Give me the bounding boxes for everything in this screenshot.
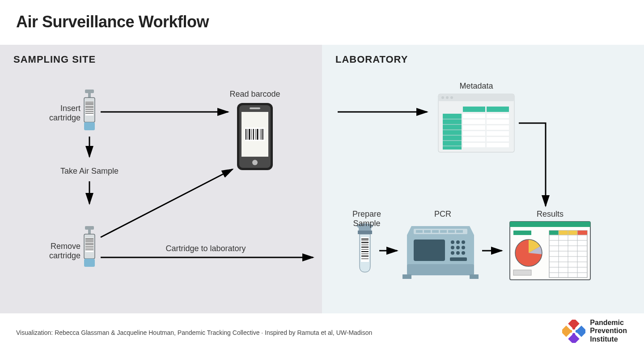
caption-metadata: Metadata (449, 81, 503, 91)
caption-pcr: PCR (429, 210, 456, 219)
svg-point-137 (572, 326, 575, 329)
caption-take-air-sample: Take Air Sample (58, 167, 121, 176)
caption-insert-cartridge: Insert cartridge (31, 104, 80, 123)
caption-prepare-sample: Prepare Sample (338, 210, 396, 228)
caption-cartridge-to-lab: Cartridge to laboratory (148, 244, 264, 253)
panel-sampling-site: SAMPLING SITE (0, 45, 322, 313)
caption-results: Results (532, 210, 568, 219)
logo-icon (562, 320, 585, 343)
svg-point-138 (576, 329, 578, 332)
section-label-left: SAMPLING SITE (13, 54, 309, 65)
panels: SAMPLING SITE LABORATORY (0, 45, 644, 313)
brand-name: Pandemic Prevention Institute (590, 319, 627, 343)
credit-line: Visualization: Rebecca Glassman & Jacque… (16, 329, 372, 336)
section-label-right: LABORATORY (335, 54, 631, 65)
caption-read-barcode: Read barcode (219, 90, 291, 99)
svg-point-140 (569, 329, 572, 332)
svg-point-139 (572, 333, 575, 335)
brand-logo: Pandemic Prevention Institute (562, 319, 627, 343)
caption-remove-cartridge: Remove cartridge (29, 242, 80, 261)
page-title: Air Surveillance Workflow (16, 13, 209, 31)
